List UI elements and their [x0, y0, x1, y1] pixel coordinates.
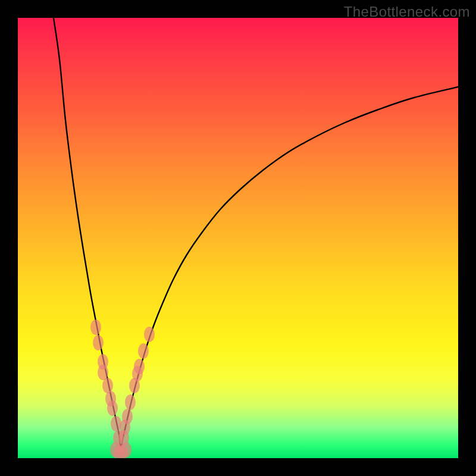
- data-bead: [98, 365, 108, 380]
- curve-svg: [18, 18, 458, 458]
- data-bead: [138, 343, 149, 359]
- data-bead: [134, 359, 145, 374]
- data-bead: [107, 400, 118, 416]
- data-bead: [122, 409, 133, 424]
- bottleneck-curve: [54, 18, 458, 446]
- data-bead: [121, 442, 131, 458]
- data-bead: [90, 320, 101, 335]
- plot-area: [18, 18, 458, 458]
- data-bead: [102, 378, 113, 393]
- data-bead: [93, 335, 104, 350]
- chart-frame: TheBottleneck.com: [0, 0, 476, 476]
- data-bead: [144, 327, 155, 342]
- data-bead: [125, 394, 136, 410]
